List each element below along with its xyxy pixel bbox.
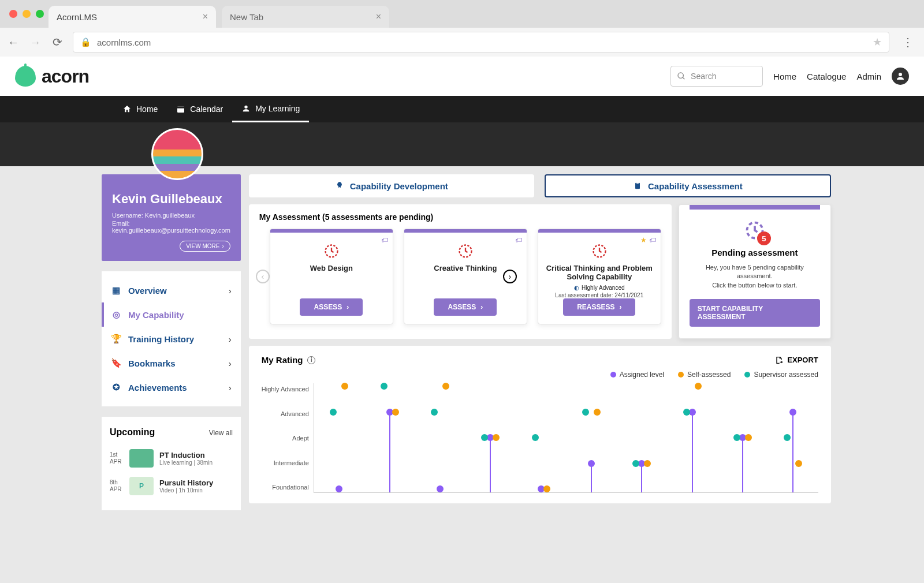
logo-text: acorn xyxy=(42,66,89,87)
tab-title: AcornLMS xyxy=(57,12,97,22)
nav-item-calendar[interactable]: Calendar xyxy=(167,96,232,122)
upcoming-item[interactable]: 8thAPR P Pursuit History Video | 1h 10mi… xyxy=(110,472,233,500)
address-bar[interactable]: 🔒 acornlms.com ★ xyxy=(73,32,889,53)
chart-legend: Assigned level Self-assessed Supervisor … xyxy=(262,371,818,379)
upcoming-sub: Video | 1h 10min xyxy=(159,487,233,494)
forward-icon[interactable]: → xyxy=(29,36,42,49)
chevron-right-icon: › xyxy=(229,334,232,344)
chevron-right-icon: › xyxy=(229,383,232,393)
nav-admin[interactable]: Admin xyxy=(856,72,881,81)
tab-title: New Tab xyxy=(230,12,263,22)
pending-assessment-card: 5 Pending assessment Hey, you have 5 pen… xyxy=(679,204,831,339)
nav-label: My Learning xyxy=(255,104,300,113)
upcoming-date: 8thAPR xyxy=(110,479,124,493)
grid-icon: ▦ xyxy=(111,285,121,296)
export-icon xyxy=(774,356,784,365)
user-avatar-icon[interactable] xyxy=(892,68,909,85)
upcoming-item[interactable]: 1stAPR PT Induction Live learning | 38mi… xyxy=(110,444,233,472)
nav-item-home[interactable]: Home xyxy=(113,96,167,122)
search-input[interactable]: Search xyxy=(670,66,763,87)
card-title: Web Design xyxy=(310,264,353,272)
sidenav-label: Training History xyxy=(128,334,194,344)
star-icon[interactable]: ★ xyxy=(640,236,647,244)
chevron-right-icon: › xyxy=(222,243,223,249)
sidenav-label: My Capability xyxy=(128,310,184,320)
upcoming-name: Pursuit History xyxy=(159,479,233,487)
carousel-next-icon[interactable]: › xyxy=(503,270,517,283)
legend-item: Self-assessed xyxy=(678,371,731,379)
view-all-link[interactable]: View all xyxy=(209,429,233,437)
chevron-right-icon: › xyxy=(229,286,232,296)
upcoming-thumb: P xyxy=(129,477,154,495)
close-window-icon[interactable] xyxy=(9,10,17,18)
sidenav-overview[interactable]: ▦ Overview › xyxy=(102,278,241,302)
user-avatar-large[interactable] xyxy=(151,128,203,180)
nav-catalogue[interactable]: Catalogue xyxy=(807,72,846,81)
logo-mark-icon xyxy=(15,66,36,87)
hero-band xyxy=(0,122,924,166)
tag-icon[interactable]: 🏷 xyxy=(381,236,388,244)
upcoming-title: Upcoming xyxy=(110,427,155,438)
sidenav-my-capability[interactable]: ◎ My Capability xyxy=(102,302,241,327)
assess-button[interactable]: ASSESS› xyxy=(434,298,497,316)
rating-chart: Highly Advanced Advanced Adept Intermedi… xyxy=(262,383,818,493)
search-icon xyxy=(677,72,686,81)
clock-alert-icon xyxy=(457,243,474,259)
tag-icon[interactable]: 🏷 xyxy=(649,236,656,244)
close-icon[interactable]: × xyxy=(376,12,381,22)
logo[interactable]: acorn xyxy=(15,66,89,87)
legend-item: Assigned level xyxy=(610,371,664,379)
nav-item-my-learning[interactable]: My Learning xyxy=(232,96,309,122)
sidenav-training-history[interactable]: 🏆 Training History › xyxy=(102,327,241,351)
svg-point-5 xyxy=(245,105,248,108)
capability-toggle: Capability Development Capability Assess… xyxy=(249,174,831,197)
tag-icon[interactable]: 🏷 xyxy=(515,236,522,244)
start-assessment-button[interactable]: START CAPABILITY ASSESSMENT xyxy=(690,299,820,327)
card-last-date: Last assessment date: 24/11/2021 xyxy=(555,292,643,298)
upcoming-panel: Upcoming View all 1stAPR PT Induction Li… xyxy=(102,417,241,510)
assessment-heading: My Assessment (5 assessments are pending… xyxy=(259,212,661,222)
card-level: ◐Highly Advanced xyxy=(574,285,625,291)
carousel-prev-icon[interactable]: ‹ xyxy=(256,270,270,283)
export-button[interactable]: EXPORT xyxy=(774,356,818,365)
bookmark-star-icon[interactable]: ★ xyxy=(873,36,882,48)
svg-rect-4 xyxy=(177,106,184,108)
card-title: Creative Thinking xyxy=(434,264,497,272)
sidenav-bookmarks[interactable]: 🔖 Bookmarks › xyxy=(102,351,241,375)
minimize-window-icon[interactable] xyxy=(23,10,31,18)
tab-capability-assessment[interactable]: Capability Assessment xyxy=(545,174,831,197)
browser-tab[interactable]: New Tab × xyxy=(222,6,389,28)
rating-title: My Rating i xyxy=(262,355,316,365)
browser-tab-bar: AcornLMS × New Tab × xyxy=(0,0,924,28)
url-text: acornlms.com xyxy=(97,38,151,47)
reload-icon[interactable]: ⟳ xyxy=(51,35,64,49)
browser-menu-icon[interactable]: ⋮ xyxy=(899,35,917,49)
clock-alert-icon xyxy=(591,243,608,259)
toggle-label: Capability Assessment xyxy=(648,181,743,191)
search-placeholder: Search xyxy=(691,72,716,81)
chevron-right-icon: › xyxy=(229,358,232,368)
assess-button[interactable]: ASSESS› xyxy=(300,298,363,316)
svg-rect-6 xyxy=(635,183,640,189)
back-icon[interactable]: ← xyxy=(7,36,20,49)
close-icon[interactable]: × xyxy=(203,12,208,22)
plot-area xyxy=(314,383,818,493)
sidenav-achievements[interactable]: ✪ Achievements › xyxy=(102,375,241,399)
maximize-window-icon[interactable] xyxy=(36,10,44,18)
window-controls xyxy=(6,10,49,18)
nav-home[interactable]: Home xyxy=(773,72,796,81)
bookmark-icon: 🔖 xyxy=(111,358,121,368)
view-more-button[interactable]: VIEW MORE › xyxy=(180,241,230,252)
pending-count-badge: 5 xyxy=(757,231,771,245)
card-title: Critical Thinking and Problem Solving Ca… xyxy=(544,264,655,281)
reassess-button[interactable]: REASSESS› xyxy=(563,298,635,316)
app-header: acorn Search Home Catalogue Admin xyxy=(0,57,924,96)
y-axis: Highly Advanced Advanced Adept Intermedi… xyxy=(262,383,314,493)
person-icon xyxy=(241,104,251,113)
rocket-icon xyxy=(335,181,344,190)
upcoming-sub: Live learning | 38min xyxy=(159,459,233,466)
navbar: Home Calendar My Learning xyxy=(0,96,924,122)
info-icon[interactable]: i xyxy=(307,356,315,364)
browser-tab-active[interactable]: AcornLMS × xyxy=(49,6,216,28)
tab-capability-development[interactable]: Capability Development xyxy=(249,174,534,197)
